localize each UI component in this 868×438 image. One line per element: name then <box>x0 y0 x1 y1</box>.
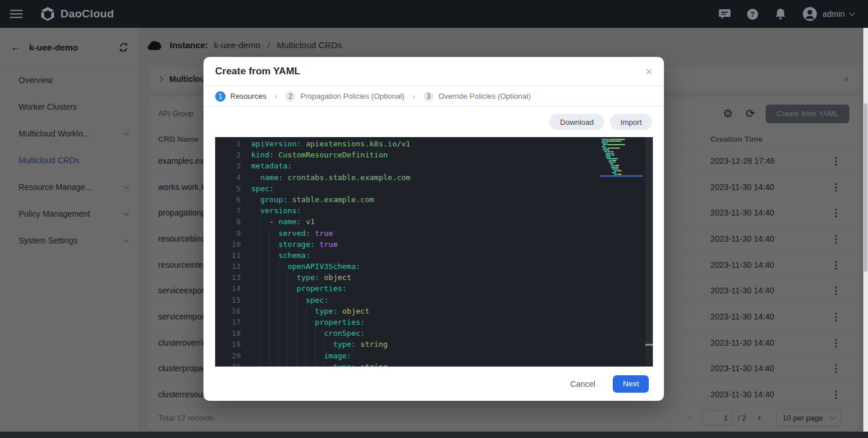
line-number: 3 <box>215 160 241 171</box>
code-line: 10 storage: true <box>215 239 600 250</box>
code-line: 5spec: <box>215 183 600 194</box>
code-line: 7 versions: <box>215 205 600 216</box>
line-number: 8 <box>215 216 241 227</box>
line-number: 15 <box>215 295 241 306</box>
yaml-editor[interactable]: 1apiVersion: apiextensions.k8s.io/v12kin… <box>215 137 653 367</box>
code-line: 6 group: stable.example.com <box>215 194 600 205</box>
step-number: 3 <box>423 91 434 102</box>
wizard-steps: 1Resources›2Propagation Policies (Option… <box>203 86 664 107</box>
daocloud-cube-icon <box>40 6 55 21</box>
code-line: 8 - name: v1 <box>215 216 600 227</box>
code-lines: 1apiVersion: apiextensions.k8s.io/v12kin… <box>215 138 600 367</box>
editor-minimap[interactable] <box>600 139 645 177</box>
editor-scrollbar[interactable] <box>645 137 653 367</box>
code-line: 9 served: true <box>215 228 600 239</box>
scrollbar-thumb[interactable] <box>864 103 867 272</box>
line-number: 21 <box>215 361 241 367</box>
step-separator-icon: › <box>413 92 415 100</box>
line-number: 2 <box>215 149 241 160</box>
modal-close-icon[interactable]: × <box>645 66 652 77</box>
menu-icon[interactable] <box>10 8 23 20</box>
code-line: 13 type: object <box>215 272 600 283</box>
user-name: admin <box>823 9 845 19</box>
step-3[interactable]: 3Override Policies (Optional) <box>423 91 531 102</box>
code-line: 11 schema: <box>215 250 600 261</box>
code-line: 14 properties: <box>215 283 600 294</box>
editor-scrollbar-thumb[interactable] <box>645 137 653 346</box>
chat-icon[interactable] <box>719 8 731 20</box>
import-button[interactable]: Import <box>610 114 652 130</box>
code-line: 16 type: object <box>215 306 600 317</box>
code-line: 19 type: string <box>215 339 600 350</box>
step-label: Override Policies (Optional) <box>438 92 531 100</box>
user-menu[interactable]: admin <box>802 6 854 21</box>
line-number: 10 <box>215 239 241 250</box>
brand-name: DaoCloud <box>60 8 114 20</box>
step-2[interactable]: 2Propagation Policies (Optional) <box>285 91 404 102</box>
code-line: 3metadata: <box>215 160 600 171</box>
line-number: 16 <box>215 306 241 317</box>
chevron-down-icon <box>849 10 855 16</box>
code-line: 21 type: string <box>215 361 600 367</box>
line-number: 19 <box>215 339 241 350</box>
minimap-selection-line <box>600 175 643 177</box>
line-number: 7 <box>215 205 241 216</box>
line-number: 6 <box>215 194 241 205</box>
page-scrollbar[interactable] <box>863 28 868 432</box>
code-line: 18 cronSpec: <box>215 328 600 339</box>
code-line: 2kind: CustomResourceDefinition <box>215 149 600 160</box>
line-number: 14 <box>215 283 241 294</box>
code-line: 20 image: <box>215 350 600 361</box>
line-number: 1 <box>215 138 241 149</box>
next-button[interactable]: Next <box>613 375 649 393</box>
line-number: 12 <box>215 261 241 272</box>
code-line: 17 properties: <box>215 317 600 328</box>
step-number: 1 <box>215 91 226 102</box>
top-navbar: DaoCloud ? admin <box>0 0 868 28</box>
brand-logo[interactable]: DaoCloud <box>40 6 114 21</box>
code-line: 15 spec: <box>215 295 600 306</box>
line-number: 17 <box>215 317 241 328</box>
step-1[interactable]: 1Resources <box>215 91 266 102</box>
line-number: 5 <box>215 183 241 194</box>
user-avatar <box>802 6 817 21</box>
help-icon[interactable]: ? <box>746 8 759 20</box>
line-number: 18 <box>215 328 241 339</box>
line-number: 4 <box>215 172 241 183</box>
line-number: 20 <box>215 350 241 361</box>
bell-icon[interactable] <box>774 8 787 20</box>
code-line: 12 openAPIV3Schema: <box>215 261 600 272</box>
line-number: 11 <box>215 250 241 261</box>
svg-text:?: ? <box>751 10 755 19</box>
line-number: 9 <box>215 228 241 239</box>
code-line: 1apiVersion: apiextensions.k8s.io/v1 <box>215 138 600 149</box>
step-label: Resources <box>230 92 266 100</box>
cancel-button[interactable]: Cancel <box>570 379 596 389</box>
download-button[interactable]: Download <box>549 114 604 130</box>
create-from-yaml-modal: Create from YAML × 1Resources›2Propagati… <box>203 57 664 401</box>
step-label: Propagation Policies (Optional) <box>300 92 404 100</box>
line-number: 13 <box>215 272 241 283</box>
modal-title: Create from YAML <box>215 66 300 77</box>
code-line: 4 name: crontabs.stable.example.com <box>215 172 600 183</box>
step-separator-icon: › <box>274 92 277 100</box>
step-number: 2 <box>285 91 295 102</box>
